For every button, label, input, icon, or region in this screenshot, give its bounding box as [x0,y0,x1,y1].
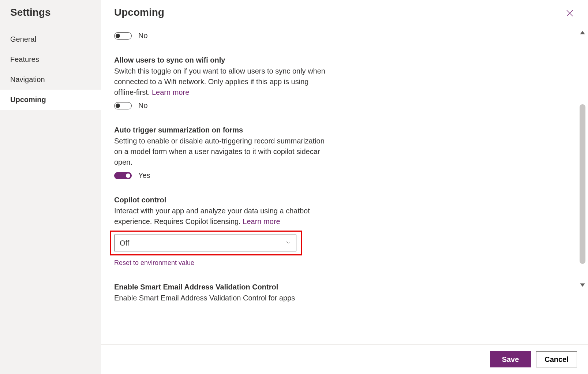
scroll-down-arrow[interactable] [579,282,586,290]
footer: Save Cancel [101,344,588,374]
main-header: Upcoming [101,0,588,21]
wifi-sync-learn-more-link[interactable]: Learn more [152,88,189,96]
toggle-previous[interactable] [114,32,132,40]
copilot-highlight-box: Off [110,231,302,255]
copilot-select-value: Off [120,239,129,247]
close-icon [565,9,574,18]
save-button[interactable]: Save [490,351,531,367]
setting-wifi-sync-title: Allow users to sync on wifi only [114,56,326,64]
close-button[interactable] [563,7,576,21]
scroll-up-arrow[interactable] [579,29,586,37]
setting-copilot-title: Copilot control [114,196,326,204]
svg-marker-3 [580,284,585,287]
setting-auto-summarize-title: Auto trigger summarization on forms [114,126,326,134]
sidebar-title: Settings [0,7,101,29]
setting-auto-summarize: Auto trigger summarization on forms Sett… [114,126,326,180]
sidebar-item-features[interactable]: Features [0,49,101,70]
setting-wifi-sync: Allow users to sync on wifi only Switch … [114,56,326,110]
app-root: Settings General Features Navigation Upc… [0,0,588,374]
content-area: No Allow users to sync on wifi only Swit… [101,21,588,344]
settings-sidebar: Settings General Features Navigation Upc… [0,0,101,374]
toggle-auto-summarize[interactable] [114,172,132,179]
setting-copilot-desc: Interact with your app and analyze your … [114,206,326,227]
cancel-button[interactable]: Cancel [536,351,577,367]
page-title: Upcoming [114,7,164,18]
setting-previous-toggle: No [114,31,326,40]
copilot-reset-link[interactable]: Reset to environment value [114,259,194,267]
toggle-previous-label: No [138,31,148,40]
sidebar-item-upcoming[interactable]: Upcoming [0,90,101,110]
toggle-wifi-sync[interactable] [114,102,132,109]
svg-marker-2 [580,31,585,34]
sidebar-item-navigation[interactable]: Navigation [0,70,101,90]
setting-wifi-sync-desc: Switch this toggle on if you want to all… [114,66,326,98]
toggle-wifi-sync-label: No [138,101,148,110]
copilot-learn-more-link[interactable]: Learn more [243,217,280,225]
copilot-control-select[interactable]: Off [114,235,296,251]
sidebar-item-general[interactable]: General [0,29,101,49]
setting-copilot-control: Copilot control Interact with your app a… [114,196,326,267]
setting-auto-summarize-desc: Setting to enable or disable auto-trigge… [114,136,326,168]
setting-smart-email: Enable Smart Email Address Validation Co… [114,283,326,303]
scrollbar-thumb[interactable] [580,104,585,264]
setting-smart-email-desc: Enable Smart Email Address Validation Co… [114,293,326,303]
setting-smart-email-title: Enable Smart Email Address Validation Co… [114,283,326,291]
toggle-auto-summarize-label: Yes [138,171,150,180]
main-panel: Upcoming No Allow users to sync on wifi … [101,0,588,374]
